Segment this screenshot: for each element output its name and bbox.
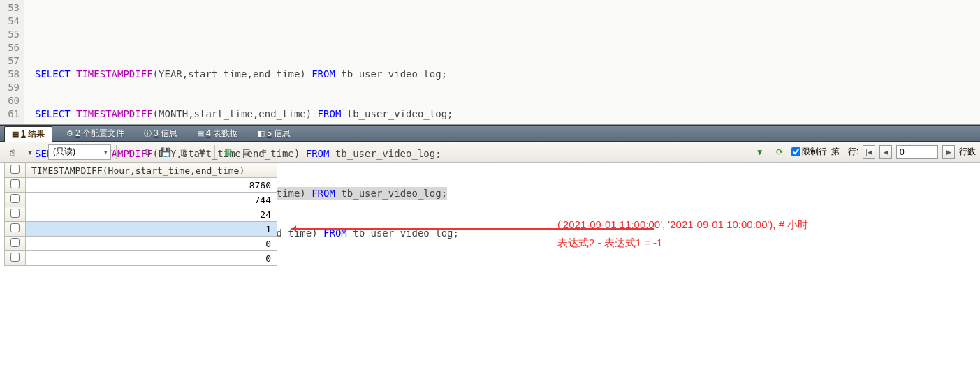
annotation-line1: ('2021-09-01 11:00:00', '2021-09-01 10:0… <box>557 216 808 234</box>
info-icon: ⓘ <box>144 128 152 139</box>
limit-rows-checkbox[interactable]: 限制行 <box>791 146 827 158</box>
table-row: 744 <box>5 193 277 207</box>
first-page-button[interactable]: |◀ <box>863 145 875 159</box>
first-row-label: 第一行: <box>831 146 858 158</box>
delete-row-button[interactable]: 🗑 <box>176 144 191 160</box>
duplicate-row-button[interactable]: ⧉ <box>140 144 155 160</box>
cancel-button[interactable]: ✖ <box>194 144 210 160</box>
filter-button[interactable]: ▼ <box>752 144 768 160</box>
next-page-button[interactable]: ▶ <box>942 145 955 159</box>
grid-icon: ▦ <box>12 130 19 139</box>
insert-row-button[interactable]: + <box>122 144 137 160</box>
tab-profiles[interactable]: ⚙ 2 个配置文件 <box>61 126 130 141</box>
column-header[interactable]: TIMESTAMPDIFF(Hour,start_time,end_time) <box>26 163 277 178</box>
rowcount-label: 行数 <box>959 146 976 158</box>
limit-rows-label: 限制行 <box>802 146 827 158</box>
tab-tabledata[interactable]: ▤ 4 表数据 <box>191 126 244 141</box>
result-grid[interactable]: TIMESTAMPDIFF(Hour,start_time,end_time) … <box>4 163 277 266</box>
grid-view-button[interactable]: ▦ <box>220 144 235 160</box>
info2-icon: ◧ <box>258 129 265 138</box>
profile-icon: ⚙ <box>66 129 73 138</box>
export-button[interactable]: ⎘ <box>4 144 20 160</box>
tab-result[interactable]: ▦ 1 结果 <box>4 126 52 142</box>
table-row-selected: -1 <box>5 222 277 237</box>
line-gutter: 53 54 55 56 57 58 59 60 61 <box>0 0 24 124</box>
tab-messages[interactable]: ⓘ 3 信息 <box>138 126 183 141</box>
code-area[interactable]: SELECT TIMESTAMPDIFF(YEAR,start_time,end… <box>24 0 980 124</box>
form-view-button[interactable]: ▤ <box>238 144 254 160</box>
table-row: 8760 <box>5 178 277 193</box>
tab-info[interactable]: ◧ 5 信息 <box>252 126 296 141</box>
prev-page-button[interactable]: ◀ <box>879 145 892 159</box>
table-row: 24 <box>5 207 277 222</box>
select-all-checkbox[interactable] <box>5 163 26 178</box>
readonly-dropdown[interactable]: (只读) <box>48 144 111 160</box>
annotation-line2: 表达式2 - 表达式1 = -1 <box>557 234 808 252</box>
table-row: 0 <box>5 251 277 266</box>
table-row: 0 <box>5 237 277 251</box>
sql-editor[interactable]: 53 54 55 56 57 58 59 60 61 SELECT TIMEST… <box>0 0 980 125</box>
result-area: TIMESTAMPDIFF(Hour,start_time,end_time) … <box>0 163 980 266</box>
save-button[interactable]: 💾 <box>158 144 173 160</box>
text-view-button[interactable]: ≡ <box>256 144 272 160</box>
table-icon: ▤ <box>197 129 204 138</box>
dropdown-export-button[interactable]: ▾ <box>22 144 38 160</box>
first-row-input[interactable] <box>896 145 938 159</box>
refresh-button[interactable]: ⟳ <box>772 144 787 160</box>
